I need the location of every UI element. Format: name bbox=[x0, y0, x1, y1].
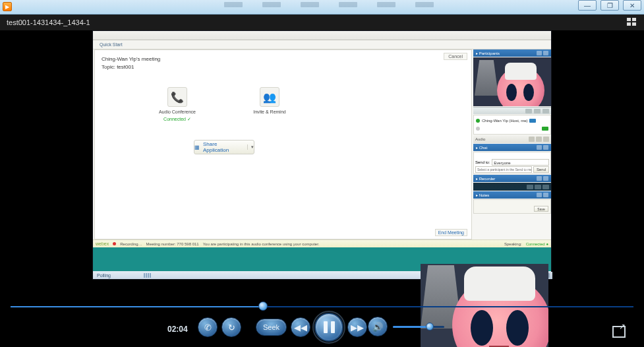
close-button[interactable]: ✕ bbox=[623, 0, 641, 11]
forward-button[interactable]: ▶▶ bbox=[347, 317, 367, 337]
topic-label: Topic: bbox=[102, 64, 115, 70]
chat-header[interactable]: ▸ Chat bbox=[473, 144, 551, 151]
vc-icon[interactable] bbox=[542, 109, 549, 113]
rec-icon[interactable] bbox=[542, 185, 549, 189]
mic-button[interactable]: ✆ bbox=[198, 317, 218, 337]
polling-label: Polling bbox=[97, 273, 111, 278]
avatar-figure bbox=[497, 67, 544, 106]
audio-conf-label: Audio Conference bbox=[159, 110, 196, 114]
participant-row bbox=[476, 125, 548, 133]
volume-button[interactable]: 🔊 bbox=[368, 317, 388, 336]
rec-icon[interactable] bbox=[527, 185, 533, 189]
volume-slider[interactable] bbox=[393, 326, 444, 328]
chat-title: ▸ Chat bbox=[476, 145, 487, 150]
maximize-button[interactable]: ❐ bbox=[600, 0, 619, 11]
recording-label: Recording… bbox=[120, 242, 142, 246]
connected-label: Connected ● bbox=[526, 242, 548, 246]
recorder-title: ▸ Recorder bbox=[476, 176, 495, 181]
recorder-header[interactable]: ▸ Recorder bbox=[473, 175, 551, 182]
recorded-frame: Quick Start Cancel Ching-Wan Yip's meeti… bbox=[92, 30, 552, 280]
tab-icon[interactable] bbox=[529, 137, 535, 142]
webex-logo: webex bbox=[96, 241, 109, 246]
notes-header[interactable]: ▸ Notes bbox=[473, 191, 551, 199]
meeting-number: Meeting number: 770 598 011 bbox=[146, 242, 199, 246]
player-top-bar: test001-1431434-_1434-1 bbox=[0, 15, 644, 30]
meeting-topic: Ching-Wan Yip's meeting Topic: test001 bbox=[95, 50, 471, 71]
audio-conf-block[interactable]: 📞 Audio Conference Connected ✓ bbox=[154, 87, 200, 122]
share-application-button[interactable]: ▦ Share Application ▾ bbox=[194, 140, 254, 154]
sendto-label: Send to: bbox=[475, 160, 490, 164]
notes-panel: Save bbox=[473, 199, 551, 214]
participant-tabs: Audio bbox=[473, 135, 551, 143]
webex-statusbar: webex Recording… Meeting number: 770 598… bbox=[93, 239, 551, 247]
topic-value: test001 bbox=[117, 64, 134, 70]
audio-conf-status: Connected ✓ bbox=[163, 117, 191, 122]
notes-save-button[interactable]: Save bbox=[534, 206, 548, 212]
seek-button[interactable]: Seek bbox=[256, 319, 287, 336]
participant-list: Ching-Wan Yip (Host, me) bbox=[473, 115, 551, 135]
notes-title: ▸ Notes bbox=[476, 193, 489, 197]
share-dropdown-icon[interactable]: ▾ bbox=[247, 144, 254, 150]
vc-icon[interactable] bbox=[534, 109, 541, 113]
quickstart-panel: Cancel Ching-Wan Yip's meeting Topic: te… bbox=[94, 49, 472, 239]
tab-icon[interactable] bbox=[543, 137, 549, 142]
participant-name: Ching-Wan Yip (Host, me) bbox=[482, 119, 527, 123]
minimize-button[interactable]: — bbox=[578, 0, 597, 11]
status-dot-icon bbox=[476, 119, 480, 123]
webex-tabs: Quick Start bbox=[93, 40, 551, 49]
status-dot-icon bbox=[476, 127, 480, 131]
os-menu-ghost bbox=[224, 2, 435, 11]
video-control-strip bbox=[473, 107, 551, 114]
audio-tab[interactable]: Audio bbox=[475, 137, 485, 141]
participants-header[interactable]: ▸ Participants bbox=[473, 49, 551, 57]
control-group: ✆ ↻ Seek ◀◀ ▶▶ bbox=[198, 313, 367, 342]
popout-button[interactable] bbox=[612, 326, 626, 338]
player-controls: 02:04 ✆ ↻ Seek ◀◀ ▶▶ 🔊 bbox=[0, 310, 644, 347]
chat-input[interactable] bbox=[475, 166, 532, 173]
speaking-label: Speaking: bbox=[504, 242, 522, 246]
chat-panel: Send to: Everyone Send bbox=[473, 152, 551, 174]
seek-thumb[interactable] bbox=[258, 301, 268, 311]
quickstart-icons: 📞 Audio Conference Connected ✓ 👥 Invite … bbox=[154, 87, 293, 122]
panel-controls bbox=[537, 51, 548, 55]
mic-stand-icon bbox=[475, 60, 498, 96]
invite-block[interactable]: 👥 Invite & Remind bbox=[247, 87, 293, 122]
self-video bbox=[473, 57, 551, 106]
webex-menubar bbox=[93, 31, 551, 40]
loop-button[interactable]: ↻ bbox=[221, 317, 241, 337]
tab-icon[interactable] bbox=[536, 137, 542, 142]
participants-title: ▸ Participants bbox=[476, 51, 500, 55]
webex-body: Cancel Ching-Wan Yip's meeting Topic: te… bbox=[93, 49, 551, 239]
pause-button[interactable] bbox=[314, 313, 343, 342]
record-dot-icon bbox=[113, 242, 116, 245]
window-buttons: — ❐ ✕ bbox=[578, 0, 641, 11]
camera-icon bbox=[542, 127, 548, 131]
player: test001-1431434-_1434-1 Quick Start Canc… bbox=[0, 15, 644, 347]
right-panels: ▸ Participants bbox=[473, 49, 551, 239]
seek-bar[interactable] bbox=[11, 305, 633, 309]
seek-fill bbox=[11, 306, 263, 307]
sendto-select[interactable]: Everyone bbox=[492, 159, 549, 166]
share-icon: ▦ bbox=[194, 144, 200, 150]
video-title: test001-1431434-_1434-1 bbox=[7, 18, 90, 26]
rec-icon[interactable] bbox=[535, 185, 541, 189]
cancel-button[interactable]: Cancel bbox=[444, 53, 467, 60]
polling-icon bbox=[144, 273, 152, 278]
end-meeting-button[interactable]: End Meeting bbox=[435, 229, 467, 236]
volume-thumb[interactable] bbox=[426, 323, 434, 331]
participant-row[interactable]: Ching-Wan Yip (Host, me) bbox=[476, 117, 548, 125]
host-line: Ching-Wan Yip's meeting bbox=[102, 55, 465, 63]
phone-icon: 📞 bbox=[167, 87, 187, 107]
share-label: Share Application bbox=[203, 141, 244, 153]
recorder-panel bbox=[473, 183, 551, 191]
rewind-button[interactable]: ◀◀ bbox=[291, 317, 310, 337]
time-label: 02:04 bbox=[167, 325, 188, 334]
fullscreen-grid-icon[interactable] bbox=[627, 18, 637, 27]
camera-icon[interactable] bbox=[529, 119, 536, 123]
app-icon bbox=[3, 2, 12, 11]
pause-icon bbox=[324, 321, 335, 333]
people-icon: 👥 bbox=[260, 87, 279, 107]
send-button[interactable]: Send bbox=[533, 166, 549, 173]
vc-icon[interactable] bbox=[525, 109, 532, 113]
tab-quickstart[interactable]: Quick Start bbox=[100, 42, 123, 47]
